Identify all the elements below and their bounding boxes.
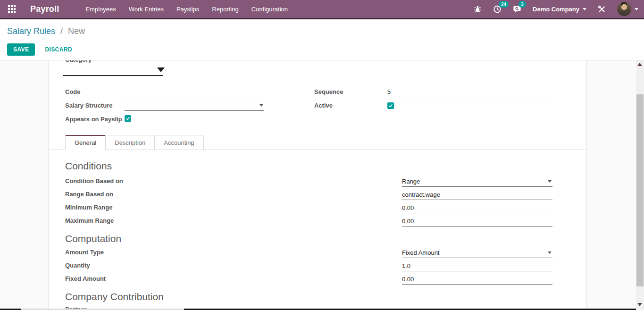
maximum-range-input[interactable]: 0.00: [402, 216, 552, 226]
sequence-label: Sequence: [314, 88, 343, 95]
menu-item-work-entries[interactable]: Work Entries: [129, 6, 164, 13]
navbar-right: 24 3 Demo Company: [474, 2, 638, 16]
menu-item-configuration[interactable]: Configuration: [251, 6, 288, 13]
appears-on-payslip-checkbox[interactable]: [125, 115, 131, 122]
active-label: Active: [314, 102, 333, 109]
check-icon: [388, 103, 393, 108]
range-based-on-label: Range Based on: [65, 191, 113, 198]
appears-on-payslip-label: Appears on Payslip: [65, 116, 122, 123]
chevron-down-icon: [635, 8, 638, 10]
apps-grid-icon: [8, 5, 16, 13]
caret-down-icon: [548, 180, 552, 183]
fixed-amount-value: 0.00: [402, 276, 414, 283]
computation-heading: Computation: [65, 233, 121, 244]
condition-based-on-label: Condition Based on: [65, 177, 123, 184]
form-sheet: Category Code Salary Structure Appears o…: [49, 60, 586, 309]
content-area: Category Code Salary Structure Appears o…: [0, 60, 644, 310]
breadcrumb-separator: /: [60, 26, 63, 36]
scroll-down-arrow-icon[interactable]: [637, 303, 642, 306]
code-label: Code: [65, 88, 81, 95]
salary-structure-select[interactable]: [125, 101, 264, 111]
tab-accounting[interactable]: Accounting: [155, 135, 203, 150]
tab-description[interactable]: Description: [106, 135, 155, 150]
vertical-scrollbar[interactable]: [636, 60, 644, 309]
messages-button[interactable]: 3: [513, 5, 521, 13]
menu-item-reporting[interactable]: Reporting: [212, 6, 238, 13]
conditions-heading: Conditions: [65, 160, 112, 172]
main-menu: Employees Work Entries Payslips Reportin…: [85, 6, 288, 13]
amount-type-value: Fixed Amount: [402, 249, 440, 256]
breadcrumb-salary-rules-link[interactable]: Salary Rules: [7, 26, 55, 36]
amount-type-select[interactable]: Fixed Amount: [402, 248, 552, 258]
control-panel: Salary Rules / New SAVE DISCARD: [0, 19, 644, 60]
caret-down-icon: [157, 67, 165, 72]
action-buttons: SAVE DISCARD: [7, 43, 75, 56]
tools-button[interactable]: [598, 5, 606, 13]
sequence-input[interactable]: 5: [386, 87, 554, 97]
minimum-range-value: 0.00: [402, 204, 414, 211]
tab-general[interactable]: General: [65, 135, 106, 150]
menu-item-payslips[interactable]: Payslips: [176, 6, 199, 13]
fixed-amount-input[interactable]: 0.00: [402, 274, 552, 285]
caret-down-icon: [259, 104, 263, 107]
avatar: [617, 2, 631, 16]
category-select[interactable]: [63, 66, 163, 76]
salary-structure-label: Salary Structure: [65, 102, 112, 109]
scroll-up-arrow-icon[interactable]: [637, 63, 642, 66]
debug-button[interactable]: [474, 5, 482, 13]
range-based-on-input[interactable]: contract.wage: [402, 190, 552, 200]
chevron-down-icon: [583, 8, 586, 10]
top-navbar: Payroll Employees Work Entries Payslips …: [0, 0, 644, 19]
quantity-value: 1.0: [402, 262, 410, 269]
company-contribution-heading: Company Contribution: [65, 291, 164, 302]
user-menu[interactable]: [617, 2, 638, 16]
code-input[interactable]: [125, 87, 264, 97]
condition-based-on-value: Range: [402, 178, 420, 185]
notebook-tabs: General Description Accounting: [49, 135, 586, 150]
app-name[interactable]: Payroll: [30, 4, 59, 14]
maximum-range-value: 0.00: [402, 218, 414, 225]
activities-button[interactable]: 24: [493, 5, 502, 13]
breadcrumb-current: New: [68, 26, 85, 36]
minimum-range-label: Minimum Range: [65, 204, 112, 211]
company-name: Demo Company: [533, 6, 579, 13]
sequence-value: 5: [387, 88, 391, 95]
bug-icon: [474, 5, 482, 13]
condition-based-on-select[interactable]: Range: [402, 176, 552, 187]
message-count-badge: 3: [519, 1, 526, 8]
breadcrumb: Salary Rules / New: [7, 26, 85, 36]
check-icon: [125, 116, 130, 121]
scrollbar-thumb[interactable]: [636, 94, 644, 286]
menu-item-employees[interactable]: Employees: [85, 6, 116, 13]
fixed-amount-label: Fixed Amount: [65, 275, 106, 282]
tools-icon: [598, 5, 606, 13]
active-checkbox[interactable]: [387, 102, 394, 109]
quantity-label: Quantity: [65, 262, 90, 269]
minimum-range-input[interactable]: 0.00: [402, 203, 552, 213]
save-button[interactable]: SAVE: [7, 43, 35, 56]
maximum-range-label: Maximum Range: [65, 217, 114, 224]
quantity-input[interactable]: 1.0: [402, 261, 552, 271]
activity-count-badge: 24: [499, 1, 509, 8]
company-switcher[interactable]: Demo Company: [533, 6, 586, 13]
caret-down-icon: [548, 251, 552, 254]
range-based-on-value: contract.wage: [402, 191, 440, 198]
apps-menu-button[interactable]: [7, 4, 17, 14]
amount-type-label: Amount Type: [65, 249, 104, 256]
discard-button[interactable]: DISCARD: [42, 46, 75, 53]
category-label: Category: [65, 60, 92, 63]
